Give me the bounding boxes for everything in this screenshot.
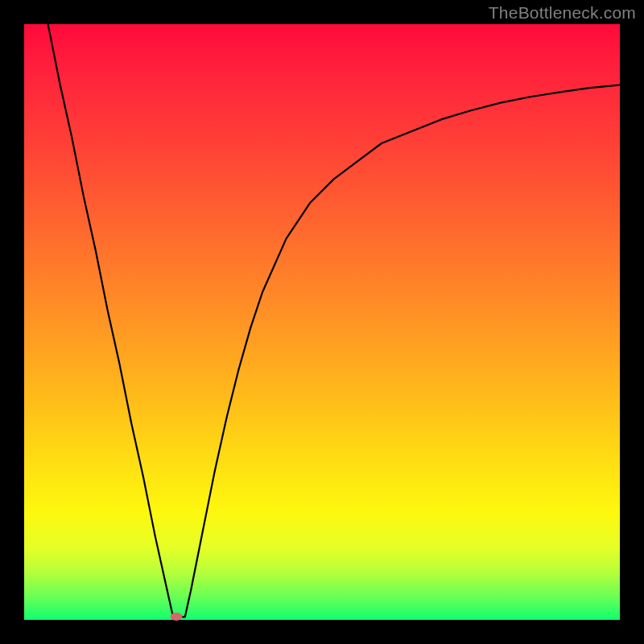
watermark-text: TheBottleneck.com — [489, 3, 636, 23]
min-point-marker — [170, 613, 182, 621]
plot-area — [24, 24, 620, 620]
bottleneck-curve — [24, 24, 620, 620]
chart-frame: TheBottleneck.com — [0, 0, 644, 644]
